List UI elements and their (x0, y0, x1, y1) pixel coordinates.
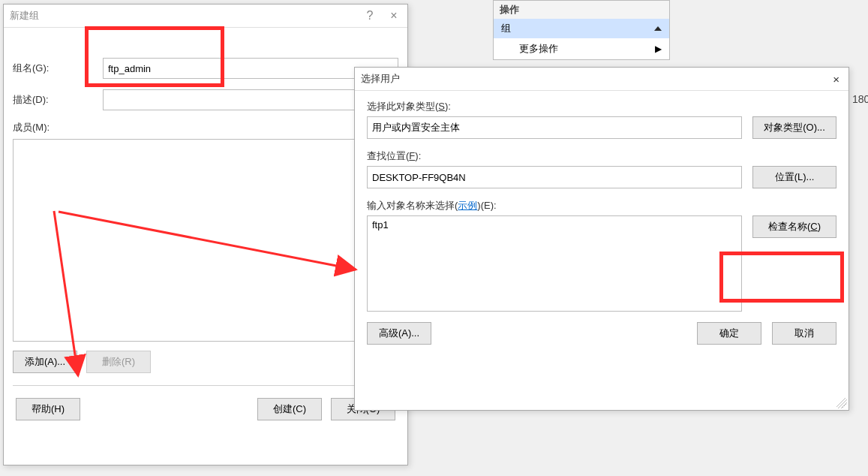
remove-button: 删除(R) (86, 351, 151, 373)
bottom-buttons: 帮助(H) 创建(C) 关闭(O) (13, 398, 398, 425)
create-button[interactable]: 创建(C) (257, 398, 322, 420)
dialog-title: 选择用户 (361, 72, 400, 86)
resize-grip-icon[interactable] (836, 398, 847, 408)
titlebar: 新建组 ? × (4, 5, 407, 28)
actions-group-item[interactable]: 组 (494, 19, 669, 38)
add-button[interactable]: 添加(A)... (13, 351, 77, 373)
group-name-row: 组名(G): (13, 58, 398, 79)
select-users-bottom: 高级(A)... 确定 取消 (367, 322, 836, 345)
actions-panel: 操作 组 更多操作 ▶ (493, 0, 670, 60)
members-buttons: 添加(A)... 删除(R) (13, 351, 398, 373)
dialog-title: 新建组 (10, 9, 39, 23)
description-row: 描述(D): (13, 89, 398, 110)
object-names-label: 输入对象名称来选择(示例)(E): (367, 199, 836, 212)
new-group-body: 组名(G): 描述(D): 成员(M): 添加(A)... 删除(R) 帮助(H… (4, 28, 407, 432)
actions-more-label: 更多操作 (519, 42, 558, 56)
side-text: 180 (852, 93, 868, 105)
select-users-dialog: 选择用户 × 选择此对象类型(S): 对象类型(O)... 查找位置(F): 位… (354, 67, 849, 411)
location-section: 查找位置(F): 位置(L)... (367, 149, 836, 188)
object-names-section: 输入对象名称来选择(示例)(E): 检查名称(C) (367, 199, 836, 312)
actions-header: 操作 (494, 1, 669, 19)
check-names-button[interactable]: 检查名称(C) (752, 215, 836, 238)
select-users-body: 选择此对象类型(S): 对象类型(O)... 查找位置(F): 位置(L)...… (355, 91, 848, 355)
members-section: 成员(M): (13, 121, 398, 342)
help-icon[interactable]: ? (362, 10, 377, 22)
location-label: 查找位置(F): (367, 149, 836, 163)
object-type-label: 选择此对象类型(S): (367, 100, 836, 113)
ok-button[interactable]: 确定 (697, 322, 761, 345)
actions-more-item[interactable]: 更多操作 ▶ (494, 38, 669, 59)
close-icon[interactable]: × (386, 10, 401, 22)
members-list[interactable] (13, 139, 398, 342)
object-type-section: 选择此对象类型(S): 对象类型(O)... (367, 100, 836, 139)
group-name-label: 组名(G): (13, 62, 103, 75)
help-button[interactable]: 帮助(H) (16, 398, 80, 420)
collapse-arrow-icon (654, 26, 662, 31)
advanced-button[interactable]: 高级(A)... (367, 322, 431, 345)
example-link[interactable]: 示例 (458, 200, 477, 211)
titlebar: 选择用户 × (355, 68, 848, 91)
submenu-arrow-icon: ▶ (655, 44, 662, 54)
members-label: 成员(M): (13, 121, 398, 134)
right-buttons: 确定 取消 (697, 322, 836, 345)
object-names-input[interactable] (367, 215, 742, 312)
cancel-button[interactable]: 取消 (772, 322, 836, 345)
description-label: 描述(D): (13, 93, 103, 107)
close-icon[interactable]: × (830, 73, 842, 86)
location-button[interactable]: 位置(L)... (752, 166, 836, 188)
titlebar-controls: ? × (362, 10, 401, 22)
new-group-dialog: 新建组 ? × 组名(G): 描述(D): 成员(M): 添加(A)... 删除… (3, 4, 408, 465)
titlebar-controls: × (830, 73, 842, 86)
object-type-button[interactable]: 对象类型(O)... (752, 116, 836, 139)
actions-group-label: 组 (501, 22, 511, 35)
object-type-field (367, 116, 742, 139)
location-field (367, 166, 742, 188)
separator (13, 385, 398, 386)
